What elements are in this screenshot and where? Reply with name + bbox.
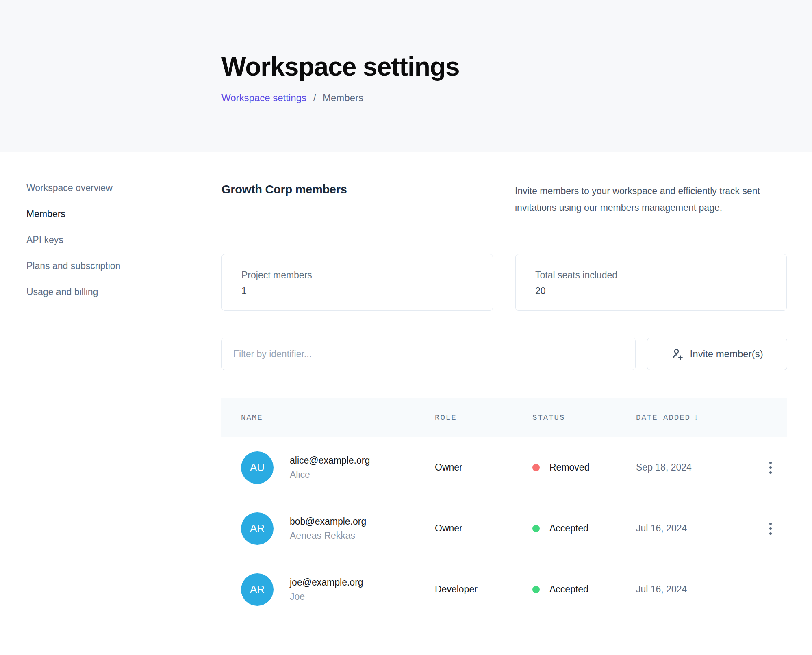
member-name: Aeneas Rekkas (290, 530, 366, 541)
settings-sidebar: Workspace overview Members API keys Plan… (0, 183, 221, 620)
breadcrumb-link-workspace-settings[interactable]: Workspace settings (221, 92, 306, 103)
member-status: Accepted (532, 523, 636, 534)
member-status: Accepted (532, 584, 636, 595)
stat-value: 20 (535, 286, 786, 297)
sidebar-item-plans-and-subscription[interactable]: Plans and subscription (26, 261, 221, 271)
stat-card-project-members: Project members 1 (221, 254, 493, 311)
column-header-date-added[interactable]: DATE ADDED↓ (636, 413, 754, 422)
member-identity: AU alice@example.org Alice (241, 451, 435, 484)
person-plus-icon (671, 348, 684, 360)
sidebar-item-members[interactable]: Members (26, 209, 221, 219)
avatar: AR (241, 573, 274, 606)
stat-cards: Project members 1 Total seats included 2… (221, 254, 787, 311)
stat-label: Total seats included (535, 270, 786, 281)
members-panel: Growth Corp members Invite members to yo… (221, 183, 787, 620)
section-description: Invite members to your workspace and eff… (515, 183, 787, 216)
breadcrumb-current: Members (323, 92, 363, 103)
status-label: Removed (549, 462, 589, 473)
table-header-row: NAME ROLE STATUS DATE ADDED↓ (221, 398, 787, 437)
member-name: Joe (290, 591, 363, 602)
stat-label: Project members (241, 270, 493, 281)
member-role: Owner (435, 523, 532, 534)
page-header-banner: Workspace settings Workspace settings / … (0, 0, 812, 152)
content-area: Workspace overview Members API keys Plan… (0, 152, 812, 620)
table-row: AR bob@example.org Aeneas Rekkas Owner A… (221, 498, 787, 559)
page-title: Workspace settings (221, 52, 812, 82)
avatar: AR (241, 512, 274, 545)
member-identity: AR bob@example.org Aeneas Rekkas (241, 512, 435, 545)
member-role: Owner (435, 462, 532, 473)
members-header: Growth Corp members Invite members to yo… (221, 183, 787, 232)
status-dot-icon (532, 464, 540, 471)
member-date-added: Sep 18, 2024 (636, 462, 754, 473)
invite-members-button-label: Invite member(s) (690, 348, 763, 360)
table-row: AU alice@example.org Alice Owner Removed… (221, 437, 787, 498)
sidebar-item-api-keys[interactable]: API keys (26, 235, 221, 245)
status-label: Accepted (549, 523, 588, 534)
avatar: AU (241, 451, 274, 484)
members-table: NAME ROLE STATUS DATE ADDED↓ AU alice@ex… (221, 398, 787, 620)
invite-members-button[interactable]: Invite member(s) (647, 338, 787, 370)
member-role: Developer (435, 584, 532, 595)
member-date-added: Jul 16, 2024 (636, 584, 754, 595)
sort-desc-icon: ↓ (694, 413, 699, 422)
member-email: joe@example.org (290, 577, 363, 588)
row-menu-kebab-icon[interactable] (765, 518, 776, 539)
sidebar-item-workspace-overview[interactable]: Workspace overview (26, 183, 221, 193)
member-status: Removed (532, 462, 636, 473)
filter-input[interactable] (221, 338, 636, 370)
breadcrumb: Workspace settings / Members (221, 92, 812, 104)
status-dot-icon (532, 586, 540, 593)
stat-card-total-seats: Total seats included 20 (515, 254, 787, 311)
row-menu-kebab-icon[interactable] (765, 458, 776, 478)
stat-value: 1 (241, 286, 493, 297)
table-toolbar: Invite member(s) (221, 338, 787, 370)
breadcrumb-separator: / (313, 92, 316, 103)
status-dot-icon (532, 525, 540, 532)
section-heading: Growth Corp members (221, 183, 347, 196)
column-header-role: ROLE (435, 413, 532, 422)
member-email: alice@example.org (290, 455, 370, 466)
member-date-added: Jul 16, 2024 (636, 523, 754, 534)
member-identity: AR joe@example.org Joe (241, 573, 435, 606)
member-name: Alice (290, 469, 370, 480)
table-row: AR joe@example.org Joe Developer Accepte… (221, 559, 787, 620)
column-header-name: NAME (241, 413, 435, 422)
column-header-status: STATUS (532, 413, 636, 422)
member-email: bob@example.org (290, 516, 366, 527)
status-label: Accepted (549, 584, 588, 595)
sidebar-item-usage-and-billing[interactable]: Usage and billing (26, 287, 221, 297)
